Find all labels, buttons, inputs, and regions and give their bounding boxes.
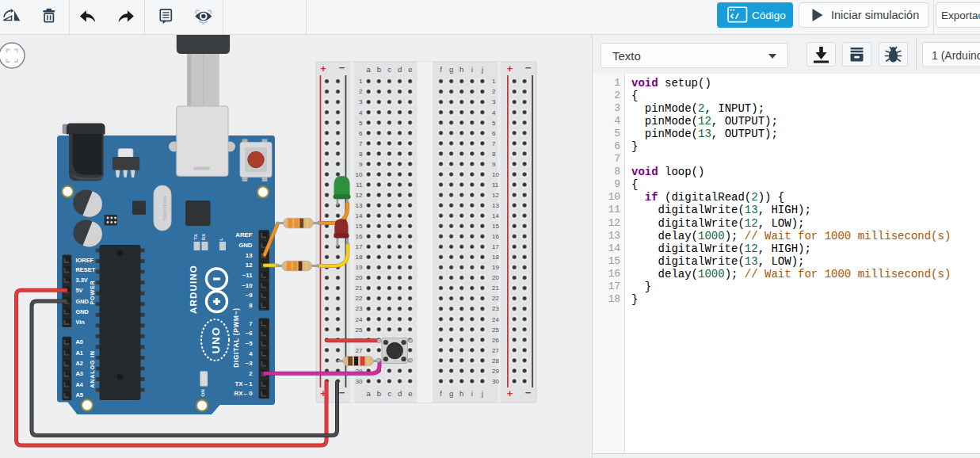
svg-text:14: 14: [492, 212, 499, 219]
svg-text:f: f: [440, 65, 442, 74]
svg-text:6: 6: [492, 130, 496, 137]
svg-text:+: +: [507, 63, 513, 74]
svg-text:RESET: RESET: [76, 266, 96, 273]
svg-text:1: 1: [492, 78, 496, 85]
svg-text:j: j: [481, 65, 483, 74]
svg-text:4: 4: [492, 109, 496, 116]
svg-text:12: 12: [246, 261, 253, 269]
svg-text:ANALOG IN: ANALOG IN: [89, 350, 96, 388]
svg-text:12: 12: [356, 192, 363, 199]
svg-text:12: 12: [492, 192, 499, 199]
svg-text:8: 8: [359, 151, 363, 158]
svg-text:Vin: Vin: [76, 319, 86, 326]
svg-text:19: 19: [492, 264, 499, 271]
svg-text:7: 7: [359, 140, 363, 147]
svg-text:11: 11: [492, 181, 499, 189]
svg-text:ARDUINO: ARDUINO: [189, 265, 198, 314]
svg-text:GND: GND: [238, 242, 253, 249]
svg-text:DIGITAL (PWM~): DIGITAL (PWM~): [233, 307, 240, 368]
svg-text:9: 9: [492, 161, 496, 168]
svg-text:8: 8: [492, 151, 496, 158]
svg-text:29: 29: [492, 368, 499, 375]
svg-text:A0: A0: [76, 338, 83, 345]
svg-text:c: c: [387, 65, 391, 74]
svg-text:11: 11: [356, 181, 363, 189]
svg-text:3: 3: [492, 98, 496, 105]
svg-text:18: 18: [356, 254, 363, 261]
svg-text:25: 25: [492, 326, 499, 334]
svg-text:−: −: [339, 62, 345, 74]
svg-text:21: 21: [492, 284, 499, 292]
svg-text:13: 13: [356, 202, 363, 209]
svg-text:26: 26: [492, 337, 499, 344]
svg-text:22: 22: [492, 295, 499, 302]
svg-text:AREF: AREF: [235, 231, 252, 239]
svg-text:b: b: [377, 65, 381, 74]
svg-text:RX←0: RX←0: [235, 390, 254, 397]
svg-text:8: 8: [249, 302, 253, 309]
svg-text:−: −: [525, 62, 532, 74]
svg-text:a: a: [367, 389, 372, 398]
svg-text:UNO: UNO: [210, 326, 222, 354]
svg-text:IOREF: IOREF: [76, 257, 94, 264]
svg-text:b: b: [377, 389, 381, 398]
svg-text:POWER: POWER: [89, 280, 96, 304]
svg-text:15: 15: [356, 223, 363, 230]
svg-text:−: −: [339, 387, 345, 399]
svg-text:16: 16: [492, 233, 499, 240]
svg-text:2: 2: [249, 370, 253, 377]
svg-text:10: 10: [492, 171, 499, 178]
svg-text:~5: ~5: [246, 340, 254, 347]
svg-text:27: 27: [492, 347, 499, 354]
svg-text:23: 23: [492, 305, 499, 312]
svg-text:27: 27: [356, 347, 363, 354]
svg-text:RX: RX: [201, 234, 206, 240]
svg-text:13: 13: [246, 252, 253, 259]
svg-text:2: 2: [492, 88, 496, 95]
svg-text:22: 22: [356, 295, 363, 302]
svg-text:i: i: [471, 65, 473, 74]
svg-text:4: 4: [249, 350, 253, 357]
svg-text:A2: A2: [76, 360, 83, 367]
svg-text:ON: ON: [200, 390, 205, 397]
svg-text:h: h: [459, 65, 463, 74]
svg-text:6: 6: [359, 130, 363, 137]
svg-text:L: L: [219, 238, 223, 241]
svg-text:20: 20: [356, 274, 363, 281]
svg-text:19: 19: [356, 264, 363, 271]
svg-text:30: 30: [492, 378, 499, 385]
svg-text:30: 30: [356, 378, 363, 385]
svg-text:13: 13: [492, 202, 499, 209]
svg-text:GND: GND: [76, 298, 90, 305]
svg-text:7: 7: [492, 140, 496, 147]
svg-text:17: 17: [356, 243, 363, 250]
svg-text:23: 23: [356, 305, 363, 312]
svg-text:18: 18: [492, 254, 499, 261]
svg-text:24: 24: [492, 316, 499, 323]
svg-text:15: 15: [492, 223, 499, 230]
svg-text:1: 1: [359, 78, 363, 85]
svg-text:9: 9: [359, 161, 363, 168]
svg-text:~9: ~9: [246, 292, 254, 299]
svg-text:d: d: [398, 65, 402, 74]
svg-text:g: g: [449, 65, 453, 74]
svg-text:f: f: [440, 389, 442, 398]
svg-text:j: j: [481, 389, 483, 398]
svg-text:e: e: [408, 65, 412, 74]
svg-text:25: 25: [356, 326, 363, 334]
svg-text:10: 10: [356, 171, 363, 178]
svg-text:~3: ~3: [246, 360, 254, 367]
svg-text:5V: 5V: [76, 287, 83, 294]
svg-text:−: −: [525, 387, 532, 399]
svg-text:2: 2: [359, 88, 363, 95]
svg-text:17: 17: [492, 243, 499, 250]
svg-text:~11: ~11: [242, 272, 253, 279]
svg-text:a: a: [367, 65, 372, 74]
svg-text:i: i: [471, 389, 473, 398]
svg-text:SPK16.000G: SPK16.000G: [162, 195, 167, 220]
svg-text:g: g: [449, 389, 453, 398]
svg-text:21: 21: [356, 284, 363, 292]
svg-text:5: 5: [359, 120, 363, 127]
svg-text:GND: GND: [76, 308, 90, 315]
svg-text:28: 28: [492, 357, 499, 364]
